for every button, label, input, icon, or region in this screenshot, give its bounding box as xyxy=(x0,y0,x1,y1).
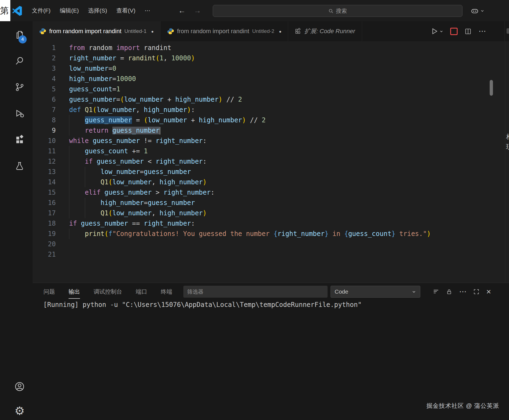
tab-untitled-1[interactable]: from random import randint Untitled-1 ● xyxy=(33,21,161,41)
clear-output-icon[interactable] xyxy=(433,288,439,295)
vscode-logo-icon xyxy=(12,6,22,16)
panel-tab-ports[interactable]: 端口 xyxy=(136,285,147,298)
code-line-4[interactable]: high_number=10000 xyxy=(69,74,493,84)
line-number[interactable]: 2 xyxy=(33,53,56,63)
search-icon xyxy=(328,8,334,14)
output-filter-input[interactable] xyxy=(183,286,328,298)
chevron-down-icon xyxy=(412,290,416,294)
panel-tab-debug-console[interactable]: 调试控制台 xyxy=(94,285,122,298)
tab-untitled-2[interactable]: from random import randint Untitled-2 ● xyxy=(161,21,288,41)
editor-scrollbar[interactable] xyxy=(490,80,493,96)
line-number[interactable]: 6 xyxy=(33,94,56,105)
code-line-11[interactable]: guess_count += 1 xyxy=(69,146,493,156)
line-number[interactable]: 4 xyxy=(33,74,56,84)
line-number[interactable]: 10 xyxy=(33,136,56,146)
source-control-icon[interactable] xyxy=(14,82,25,92)
indent-guide xyxy=(85,167,85,177)
line-number[interactable]: 14 xyxy=(33,177,56,187)
search-input[interactable]: 搜索 xyxy=(213,5,462,17)
code-line-3[interactable]: low_number=0 xyxy=(69,63,493,74)
indent-guide xyxy=(69,146,69,156)
stop-button[interactable] xyxy=(450,28,458,35)
code-line-12[interactable]: if guess_number < right_number: xyxy=(69,156,493,167)
tab-title: from random import randint xyxy=(49,28,121,35)
output-channel-select[interactable]: Code xyxy=(331,286,420,298)
testing-icon[interactable] xyxy=(14,161,25,172)
panel-tab-output[interactable]: 输出 xyxy=(69,285,80,299)
code-line-9[interactable]: return guess_number xyxy=(69,125,493,136)
code-line-18[interactable]: if guess_number == right_number: xyxy=(69,218,493,229)
menu-view[interactable]: 查看(V) xyxy=(112,5,140,17)
line-number[interactable]: 18 xyxy=(33,218,56,229)
tab-code-runner-extension[interactable]: 扩展: Code Runner xyxy=(288,21,362,41)
line-number[interactable]: 16 xyxy=(33,198,56,208)
line-number[interactable]: 11 xyxy=(33,146,56,156)
indent-guide xyxy=(85,198,85,208)
code-line-1[interactable]: from random import randint xyxy=(69,43,493,53)
line-number[interactable]: 5 xyxy=(33,84,56,94)
line-number[interactable]: 3 xyxy=(33,63,56,74)
code-line-2[interactable]: right_number = randint(1, 10000) xyxy=(69,53,493,63)
activity-bar: 4 ⚙ xyxy=(0,21,33,420)
settings-gear-icon[interactable]: ⚙ xyxy=(14,406,25,416)
panel-tab-terminal[interactable]: 终端 xyxy=(161,285,172,298)
lock-icon[interactable] xyxy=(446,288,452,295)
line-number[interactable]: 15 xyxy=(33,187,56,198)
search-sidebar-icon[interactable] xyxy=(14,55,25,66)
code-line-6[interactable]: guess_number=(low_number + high_number) … xyxy=(69,94,493,105)
menu-file[interactable]: 文件(F) xyxy=(27,5,55,17)
line-number[interactable]: 12 xyxy=(33,156,56,167)
code-line-17[interactable]: Q1(low_number, high_number) xyxy=(69,208,493,218)
code-line-21[interactable] xyxy=(69,249,493,260)
line-number[interactable]: 8 xyxy=(33,115,56,125)
indent-guide xyxy=(69,167,69,177)
split-editor-icon[interactable] xyxy=(464,28,472,35)
line-number[interactable]: 1 xyxy=(33,43,56,53)
code-line-14[interactable]: Q1(low_number, high_number) xyxy=(69,177,493,187)
panel-action-icons: ⋯ × xyxy=(433,286,491,298)
code-editor[interactable]: 123456789101112131415161718192021 from r… xyxy=(33,41,504,283)
editor-tab-bar: from random import randint Untitled-1 ● … xyxy=(33,21,505,41)
code-line-10[interactable]: while guess_number != right_number: xyxy=(69,136,493,146)
more-actions-icon[interactable]: ⋯ xyxy=(479,29,486,34)
indent-guide xyxy=(69,187,69,198)
code-line-8[interactable]: guess_number = (low_number + high_number… xyxy=(69,115,493,125)
menu-more-icon[interactable]: ⋯ xyxy=(140,5,155,16)
chevron-down-icon[interactable] xyxy=(439,29,443,33)
indent-guide xyxy=(69,229,69,239)
forward-button[interactable]: → xyxy=(194,7,201,15)
code-line-15[interactable]: elif guess_number > right_number: xyxy=(69,187,493,198)
back-button[interactable]: ← xyxy=(178,7,186,15)
menu-selection[interactable]: 选择(S) xyxy=(84,5,112,17)
panel-tabs: 问题 输出 调试控制台 端口 终端 xyxy=(44,285,172,298)
run-code-button[interactable] xyxy=(431,27,443,35)
run-debug-icon[interactable] xyxy=(14,108,25,119)
more-actions-icon[interactable]: ⋯ xyxy=(459,289,467,294)
code-line-5[interactable]: guess_count=1 xyxy=(69,84,493,94)
line-number[interactable]: 17 xyxy=(33,208,56,218)
code-line-13[interactable]: low_number=guess_number xyxy=(69,167,493,177)
line-number[interactable]: 19 xyxy=(33,229,56,239)
indent-guide xyxy=(69,208,69,218)
maximize-panel-icon[interactable] xyxy=(473,288,480,295)
tab-detail: Untitled-2 xyxy=(252,28,274,34)
code-line-16[interactable]: high_number=guess_number xyxy=(69,198,493,208)
panel-tab-problems[interactable]: 问题 xyxy=(44,285,55,298)
line-number[interactable]: 13 xyxy=(33,167,56,177)
code-line-7[interactable]: def Q1(low_number, high_number): xyxy=(69,105,493,115)
line-number[interactable]: 20 xyxy=(33,239,56,249)
line-number[interactable]: 7 xyxy=(33,105,56,115)
line-number[interactable]: 21 xyxy=(33,249,56,260)
extensions-icon[interactable] xyxy=(14,134,25,145)
close-panel-icon[interactable]: × xyxy=(486,288,491,295)
account-icon[interactable] xyxy=(14,381,25,392)
line-number[interactable]: 9 xyxy=(33,125,56,136)
modified-dot-icon: ● xyxy=(151,29,154,34)
bottom-panel: 问题 输出 调试控制台 端口 终端 Code ⋯ × [Running] pyt… xyxy=(33,283,509,420)
menu-edit[interactable]: 编辑(E) xyxy=(55,5,84,17)
tab-title: from random import randint xyxy=(177,28,249,35)
indent-guide xyxy=(69,125,69,136)
code-line-19[interactable]: print(f"Congratulations! You guessed the… xyxy=(69,229,493,239)
copilot-button[interactable] xyxy=(471,6,485,16)
code-line-20[interactable] xyxy=(69,239,493,249)
